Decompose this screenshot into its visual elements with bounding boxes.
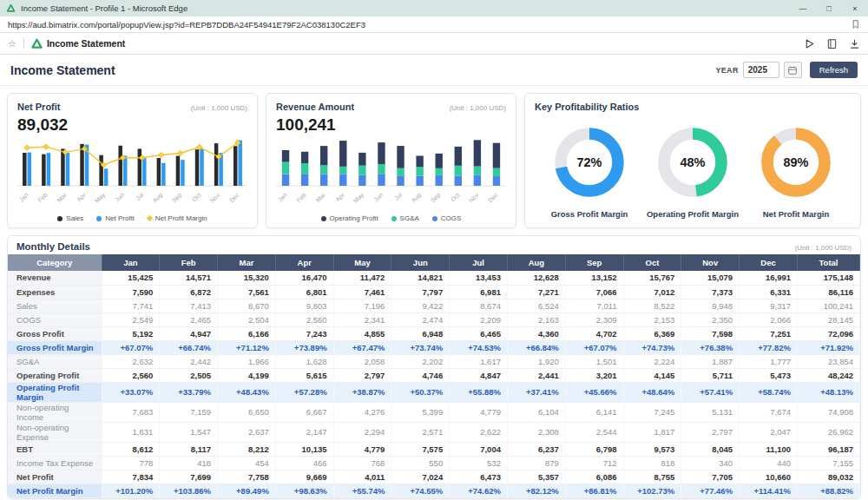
revenue-chart: JanFebMarAprMayJunJulAugSepOctNovDec — [276, 135, 506, 214]
cell-value: 466 — [275, 456, 333, 470]
cell-value: 2,622 — [450, 422, 508, 442]
cell-value: 4,947 — [160, 326, 218, 340]
cell-value: 16,470 — [275, 271, 333, 285]
column-header-sep: Sep — [565, 254, 623, 271]
cell-value: 2,505 — [160, 368, 218, 382]
revenue-legend: Operating ProfitSG&ACOGS — [276, 214, 506, 225]
cell-value: 8,117 — [160, 442, 218, 456]
cell-value: 23,854 — [798, 354, 860, 368]
favorites-star-icon[interactable]: ☆ — [8, 38, 16, 49]
cell-value: 7,004 — [450, 442, 508, 456]
minimize-icon[interactable]: — — [790, 0, 816, 16]
row-category: Non-operating Expense — [8, 422, 102, 442]
cell-value: +88.82% — [798, 484, 860, 497]
table-row-net-profit-margin: Net Profit Margin+101.20%+103.86%+89.49%… — [8, 484, 860, 497]
cell-value: 6,473 — [450, 470, 508, 484]
download-icon[interactable] — [849, 38, 860, 49]
cell-value: 10,660 — [740, 470, 798, 484]
cell-value: 2,797 — [333, 368, 391, 382]
row-category: Expenses — [8, 285, 102, 299]
cell-value: 532 — [450, 456, 508, 470]
svg-text:Sep: Sep — [171, 192, 184, 205]
tab-title: Income Statement — [47, 38, 125, 49]
cell-value: 2,341 — [333, 312, 391, 326]
cell-value: 879 — [507, 456, 565, 470]
table-row-income-tax-expense: Income Tax Expense7784184544667685505328… — [8, 456, 860, 470]
bookmark-icon[interactable] — [851, 19, 860, 30]
cell-value: 2,163 — [507, 312, 565, 326]
row-category: EBT — [8, 442, 102, 456]
cell-value: 7,066 — [565, 285, 623, 299]
column-header-total: Total — [798, 254, 860, 271]
cell-value: 13,453 — [450, 271, 508, 285]
cell-value: 8,670 — [218, 299, 276, 312]
diamond-marker-icon — [147, 215, 153, 221]
cell-value: 2,632 — [102, 354, 160, 368]
cell-value: 15,425 — [102, 271, 160, 285]
year-input[interactable] — [743, 62, 779, 78]
svg-text:Jul: Jul — [135, 191, 145, 201]
cell-value: +74.62% — [450, 484, 508, 497]
donut-chart: 48% — [652, 122, 733, 203]
cell-value: 2,549 — [102, 312, 160, 326]
cell-value: 1,628 — [275, 354, 333, 368]
table-row-net-profit: Net Profit7,8347,6997,7589,6694,0117,024… — [8, 470, 860, 484]
column-header-dec: Dec — [740, 254, 798, 271]
column-header-jan: Jan — [102, 254, 160, 271]
cell-value: 818 — [623, 456, 681, 470]
net-profit-legend: SalesNet ProfitNet Profit Margin — [17, 214, 247, 225]
cell-value: 7,159 — [160, 402, 218, 422]
ratio-donuts: 72%Gross Profit Margin48%Operating Profi… — [535, 112, 851, 219]
legend-item-operating-profit: Operating Profit — [321, 214, 378, 222]
monthly-details-section: Monthly Details (Unit : 1,000 USD) Categ… — [7, 235, 861, 499]
row-category: Net Profit Margin — [8, 484, 102, 497]
row-category: COGS — [8, 312, 102, 326]
window-controls: — □ × — [790, 0, 868, 16]
net-profit-card-title: Net Profit — [17, 102, 61, 112]
cell-value: +76.38% — [681, 340, 740, 354]
cell-value: 14,571 — [160, 271, 218, 285]
cell-value: +45.66% — [565, 382, 623, 402]
maximize-icon[interactable]: □ — [816, 0, 842, 16]
cell-value: +101.20% — [102, 484, 160, 497]
close-icon[interactable]: × — [842, 0, 868, 16]
cell-value: 86,116 — [798, 285, 860, 299]
cell-value: 9,573 — [623, 442, 681, 456]
calendar-button[interactable] — [784, 62, 802, 78]
dot-marker-icon — [391, 216, 397, 221]
column-header-category: Category — [8, 254, 102, 271]
cell-value: 8,522 — [623, 299, 681, 312]
cell-value: +66.74% — [160, 340, 218, 354]
svg-text:48%: 48% — [680, 155, 705, 169]
cell-value: 6,798 — [565, 442, 623, 456]
cell-value: 8,612 — [102, 442, 160, 456]
cell-value: 7,373 — [681, 285, 740, 299]
browser-urlbar: https://aud.bimatrix.com/portal/popupVie… — [0, 16, 868, 33]
cell-value: 418 — [160, 456, 218, 470]
cell-value: 28,145 — [798, 312, 860, 326]
cell-value: 6,086 — [565, 470, 623, 484]
cell-value: 7,598 — [681, 326, 740, 340]
net-profit-card-unit: (Unit : 1,000 USD) — [191, 104, 247, 112]
table-row-non-operating-income: Non-operating Income7,6837,1596,6506,667… — [8, 402, 860, 422]
cell-value: 2,209 — [450, 312, 508, 326]
column-header-nov: Nov — [681, 254, 740, 271]
cell-value: 13,152 — [565, 271, 623, 285]
cell-value: +74.53% — [450, 340, 508, 354]
refresh-button[interactable]: Refresh — [810, 62, 858, 78]
cell-value: +103.86% — [160, 484, 218, 497]
cell-value: +67.07% — [565, 340, 623, 354]
run-icon[interactable] — [804, 38, 815, 49]
table-row-revenue: Revenue15,42514,57115,32016,47011,47214,… — [8, 271, 860, 285]
cell-value: 550 — [391, 456, 450, 470]
cell-value: +74.55% — [391, 484, 450, 497]
svg-text:Jun: Jun — [372, 192, 384, 203]
cell-value: 11,100 — [740, 442, 798, 456]
cell-value: 7,024 — [391, 470, 450, 484]
cell-value: 12,628 — [507, 271, 565, 285]
address-bar[interactable]: https://aud.bimatrix.com/portal/popupVie… — [8, 20, 365, 30]
collections-icon[interactable] — [826, 38, 838, 49]
cell-value: 2,544 — [565, 422, 623, 442]
cell-value: 6,981 — [450, 285, 508, 299]
cell-value: 7,196 — [333, 299, 391, 312]
